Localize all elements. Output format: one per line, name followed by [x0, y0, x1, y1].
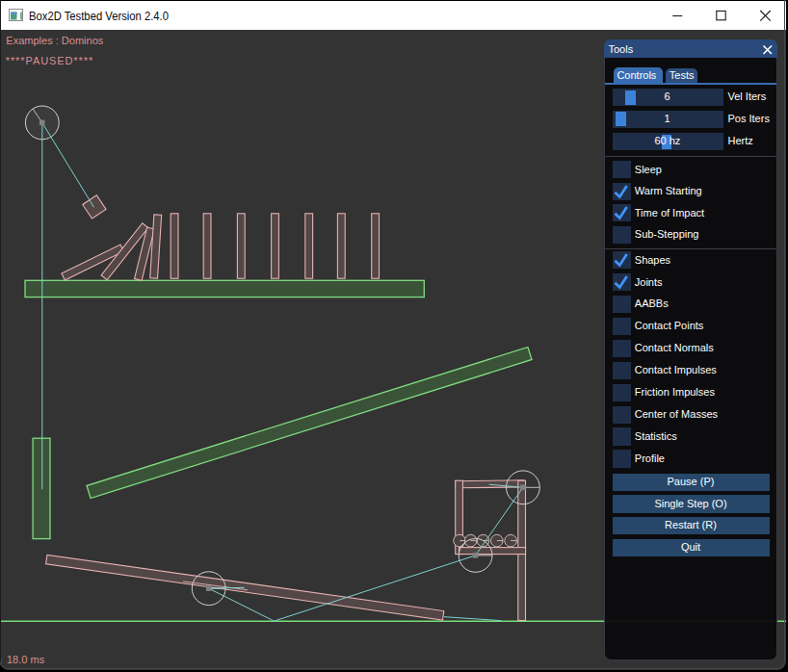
- svg-text:Box2D Testbed Version 2.4.0: Box2D Testbed Version 2.4.0: [29, 10, 169, 23]
